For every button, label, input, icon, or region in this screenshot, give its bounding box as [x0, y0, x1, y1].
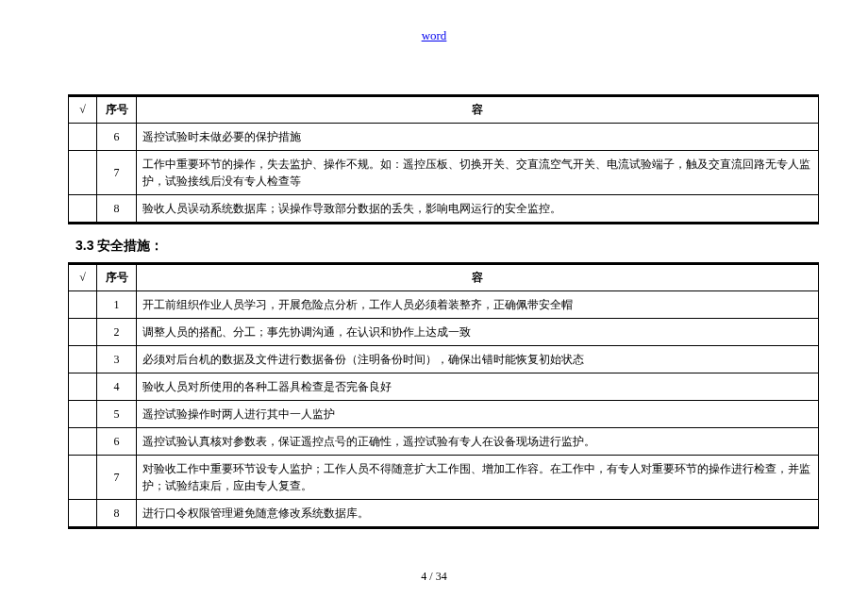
content-cell: 验收人员误动系统数据库；误操作导致部分数据的丢失，影响电网运行的安全监控。 — [137, 195, 819, 223]
check-cell — [69, 151, 97, 195]
num-cell: 5 — [97, 401, 137, 428]
content-cell: 调整人员的搭配、分工；事先协调沟通，在认识和协作上达成一致 — [137, 319, 819, 346]
page-content: √ 序号 容 6遥控试验时未做必要的保护措施7工作中重要环节的操作，失去监护、操… — [68, 94, 819, 529]
check-cell — [69, 346, 97, 373]
num-cell: 6 — [97, 428, 137, 456]
num-cell: 6 — [97, 124, 137, 151]
table-2: √ 序号 容 1开工前组织作业人员学习，开展危险点分析，工作人员必须着装整齐，正… — [68, 262, 819, 529]
check-cell — [69, 500, 97, 527]
section-title: 3.3 安全措施： — [75, 238, 819, 255]
content-cell: 开工前组织作业人员学习，开展危险点分析，工作人员必须着装整齐，正确佩带安全帽 — [137, 291, 819, 319]
table-header-row: √ 序号 容 — [69, 265, 819, 291]
col-content-header: 容 — [137, 265, 819, 291]
num-cell: 2 — [97, 319, 137, 346]
table-row: 4验收人员对所使用的各种工器具检查是否完备良好 — [69, 373, 819, 401]
page-footer: 4 / 34 — [0, 570, 868, 584]
col-check-header: √ — [69, 97, 97, 124]
num-cell: 7 — [97, 151, 137, 195]
col-check-header: √ — [69, 265, 97, 291]
header-link[interactable]: word — [0, 28, 868, 43]
check-cell — [69, 373, 97, 401]
col-num-header: 序号 — [97, 265, 137, 291]
table-header-row: √ 序号 容 — [69, 97, 819, 124]
col-num-header: 序号 — [97, 97, 137, 124]
table-row: 7对验收工作中重要环节设专人监护；工作人员不得随意扩大工作围、增加工作容。在工作… — [69, 456, 819, 500]
num-cell: 7 — [97, 456, 137, 500]
content-cell: 遥控试验时未做必要的保护措施 — [137, 124, 819, 151]
table-row: 5遥控试验操作时两人进行其中一人监护 — [69, 401, 819, 428]
num-cell: 4 — [97, 373, 137, 401]
table-row: 3必须对后台机的数据及文件进行数据备份（注明备份时间），确保出错时能恢复初始状态 — [69, 346, 819, 373]
table-1: √ 序号 容 6遥控试验时未做必要的保护措施7工作中重要环节的操作，失去监护、操… — [68, 94, 819, 224]
check-cell — [69, 456, 97, 500]
num-cell: 8 — [97, 500, 137, 527]
content-cell: 进行口令权限管理避免随意修改系统数据库。 — [137, 500, 819, 527]
check-cell — [69, 428, 97, 456]
check-cell — [69, 319, 97, 346]
content-cell: 对验收工作中重要环节设专人监护；工作人员不得随意扩大工作围、增加工作容。在工作中… — [137, 456, 819, 500]
table-row: 6遥控试验认真核对参数表，保证遥控点号的正确性，遥控试验有专人在设备现场进行监护… — [69, 428, 819, 456]
table-row: 1开工前组织作业人员学习，开展危险点分析，工作人员必须着装整齐，正确佩带安全帽 — [69, 291, 819, 319]
check-cell — [69, 195, 97, 223]
check-cell — [69, 401, 97, 428]
num-cell: 3 — [97, 346, 137, 373]
table-row: 8进行口令权限管理避免随意修改系统数据库。 — [69, 500, 819, 527]
col-content-header: 容 — [137, 97, 819, 124]
content-cell: 遥控试验操作时两人进行其中一人监护 — [137, 401, 819, 428]
num-cell: 8 — [97, 195, 137, 223]
content-cell: 必须对后台机的数据及文件进行数据备份（注明备份时间），确保出错时能恢复初始状态 — [137, 346, 819, 373]
table-row: 2调整人员的搭配、分工；事先协调沟通，在认识和协作上达成一致 — [69, 319, 819, 346]
content-cell: 遥控试验认真核对参数表，保证遥控点号的正确性，遥控试验有专人在设备现场进行监护。 — [137, 428, 819, 456]
num-cell: 1 — [97, 291, 137, 319]
table-row: 6遥控试验时未做必要的保护措施 — [69, 124, 819, 151]
table-row: 7工作中重要环节的操作，失去监护、操作不规。如：遥控压板、切换开关、交直流空气开… — [69, 151, 819, 195]
content-cell: 验收人员对所使用的各种工器具检查是否完备良好 — [137, 373, 819, 401]
check-cell — [69, 124, 97, 151]
check-cell — [69, 291, 97, 319]
content-cell: 工作中重要环节的操作，失去监护、操作不规。如：遥控压板、切换开关、交直流空气开关… — [137, 151, 819, 195]
table-row: 8验收人员误动系统数据库；误操作导致部分数据的丢失，影响电网运行的安全监控。 — [69, 195, 819, 223]
